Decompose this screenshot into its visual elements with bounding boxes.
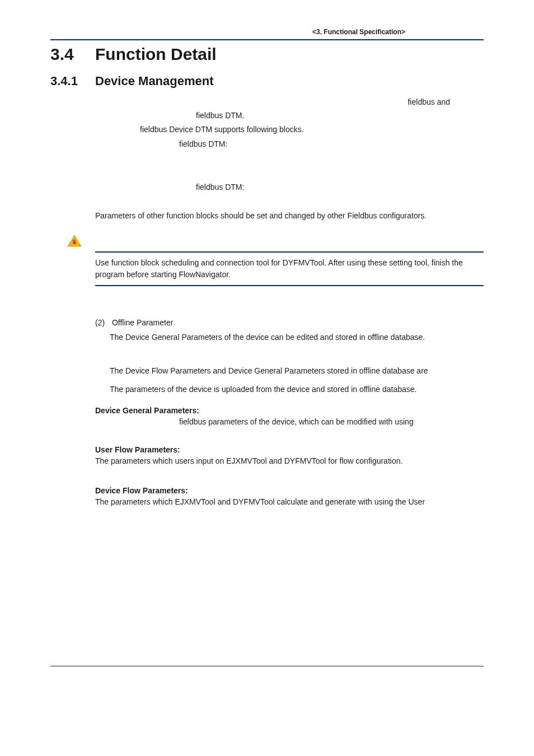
section-heading-1: 3.4Function Detail <box>50 45 484 64</box>
subsection-2: (2) Offline Parameter <box>95 317 484 329</box>
important-rule-bottom <box>95 285 484 286</box>
svg-rect-3 <box>74 240 75 241</box>
important-box: Use function block scheduling and connec… <box>50 235 484 286</box>
important-icon <box>67 235 82 249</box>
h1-number: 3.4 <box>50 45 95 64</box>
footer-rule <box>50 666 484 666</box>
intro-line-3: fieldbus DTM: <box>95 138 484 151</box>
dgp-body: fieldbus parameters of the device, which… <box>95 416 484 428</box>
page: <3. Functional Specification> 3.4Functio… <box>0 0 534 756</box>
intro-line-1b: fieldbus DTM. <box>95 110 484 122</box>
h2-number: 3.4.1 <box>50 74 95 88</box>
ufp-label: User Flow Parameters: <box>95 445 484 454</box>
h1-title: Function Detail <box>95 45 217 63</box>
content: 3.4Function Detail 3.4.1Device Managemen… <box>50 28 484 508</box>
intro-line-5: Parameters of other function blocks shou… <box>95 210 484 222</box>
sub2-body-2: The Device Flow Parameters and Device Ge… <box>110 365 484 377</box>
important-text: Use function block scheduling and connec… <box>95 257 484 281</box>
sub2-number: (2) <box>95 317 110 329</box>
ufp-body: The parameters which users input on EJXM… <box>95 455 484 468</box>
sub2-body-1: The Device General Parameters of the dev… <box>110 332 484 344</box>
sub2-body-3: The parameters of the device is uploaded… <box>110 384 484 396</box>
intro-line-1a: fieldbus and <box>95 96 484 109</box>
header-breadcrumb: <3. Functional Specification> <box>312 28 405 36</box>
section-heading-2: 3.4.1Device Management <box>50 74 484 88</box>
dfp-label: Device Flow Parameters: <box>95 486 484 495</box>
header-rule <box>50 39 484 40</box>
intro-block: fieldbus and fieldbus DTM. fieldbus Devi… <box>95 96 484 193</box>
svg-rect-1 <box>73 241 76 244</box>
intro-line-4: fieldbus DTM: <box>95 181 484 194</box>
h2-title: Device Management <box>95 74 214 88</box>
sub2-title: Offline Parameter <box>112 318 173 327</box>
svg-marker-0 <box>68 235 81 246</box>
important-rule-top <box>95 251 484 253</box>
dfp-body: The parameters which EJXMVTool and DYFMV… <box>95 496 484 508</box>
intro-line-2: fieldbus Device DTM supports following b… <box>95 124 484 136</box>
svg-rect-2 <box>74 239 74 241</box>
svg-rect-4 <box>73 240 73 242</box>
dgp-label: Device General Parameters: <box>95 406 484 415</box>
